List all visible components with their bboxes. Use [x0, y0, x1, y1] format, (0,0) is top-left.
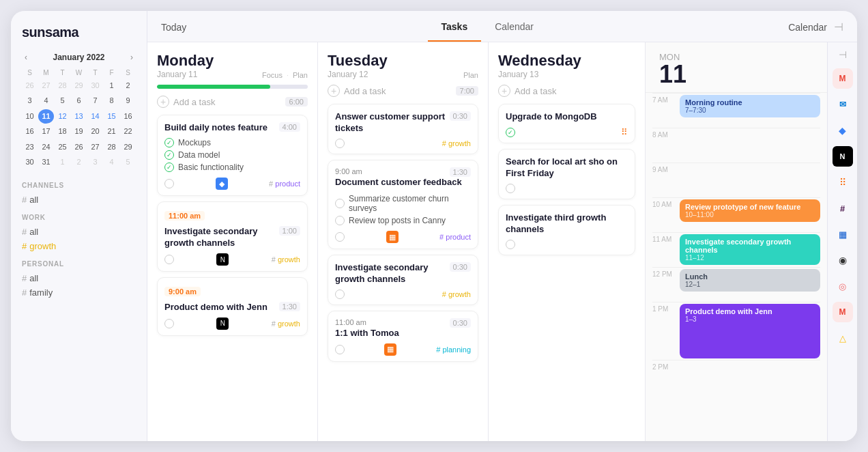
cal-day[interactable]: 26 [22, 79, 38, 93]
sidebar-item-channels-all[interactable]: #all [22, 193, 136, 207]
icon-bar-slack[interactable]: # [833, 198, 853, 218]
cal-day[interactable]: 22 [120, 124, 136, 139]
tab-tasks[interactable]: Tasks [428, 21, 482, 42]
monday-add-task-btn[interactable]: + Add a task [157, 96, 215, 108]
task-check-btn[interactable] [164, 255, 174, 264]
cal-day[interactable]: 29 [120, 140, 136, 154]
icon-bar-outlook[interactable]: ✉ [833, 94, 853, 115]
cal-next-btn[interactable]: › [128, 53, 136, 62]
cal-time-events: Product demo with Jenn1–3 [680, 302, 820, 360]
cal-event-ev3[interactable]: Investigate secondary growth channels11–… [680, 234, 820, 265]
cal-event-ev5[interactable]: Product demo with Jenn1–3 [680, 304, 820, 358]
icon-bar-asana[interactable]: ◎ [833, 276, 853, 296]
cal-day[interactable]: 13 [71, 109, 87, 124]
sidebar-item-personal-family[interactable]: #family [22, 285, 136, 300]
cal-day[interactable]: 30 [22, 155, 38, 169]
task-check-btn[interactable]: ✓ [506, 128, 515, 137]
tuesday-task-4-time: 11:00 am 0:30 [335, 318, 471, 326]
wednesday-add-task-btn[interactable]: + Add a task [498, 85, 556, 97]
task-check-btn[interactable] [335, 345, 345, 354]
collapse-right-btn[interactable]: ⊣ [839, 49, 847, 60]
tuesday-task-2[interactable]: 9:00 am 1:30 Document customer feedback … [328, 160, 478, 249]
tuesday-task-1-duration: 0:30 [450, 111, 471, 121]
task-check-btn[interactable] [506, 240, 515, 249]
monday-focus-btn[interactable]: Focus [262, 71, 283, 79]
cal-day[interactable]: 15 [104, 109, 119, 124]
task-check-btn[interactable] [164, 319, 174, 328]
collapse-icon[interactable]: ⊣ [834, 20, 843, 42]
sidebar-item-work-all[interactable]: #all [22, 225, 136, 239]
task-check-btn[interactable] [506, 184, 515, 193]
cal-day[interactable]: 3 [22, 94, 38, 108]
cal-day[interactable]: 31 [38, 155, 54, 169]
wednesday-task-3[interactable]: Investigate third growth channels [498, 205, 635, 255]
cal-day[interactable]: 10 [22, 109, 38, 124]
cal-day[interactable]: 23 [22, 140, 38, 154]
monday-task-2[interactable]: 11:00 am Investigate secondary growth ch… [157, 201, 308, 272]
cal-day[interactable]: 2 [71, 155, 87, 169]
task-check-btn[interactable] [164, 179, 174, 188]
cal-event-ev4[interactable]: Lunch12–1 [680, 269, 820, 292]
cal-event-ev1[interactable]: Morning routine7–7:30 [680, 95, 820, 117]
cal-day[interactable]: 27 [87, 140, 103, 154]
cal-day[interactable]: 21 [104, 124, 119, 139]
monday-task-3[interactable]: 9:00 am Product demo with Jenn 1:30 N # … [157, 277, 308, 336]
tuesday-task-3[interactable]: Investigate secondary growth channels 0:… [328, 255, 478, 305]
icon-bar-notion[interactable]: N [833, 146, 853, 167]
cal-day[interactable]: 6 [71, 94, 87, 108]
cal-day[interactable]: 20 [87, 124, 103, 139]
task-check-btn[interactable] [335, 139, 345, 148]
cal-day[interactable]: 2 [120, 79, 136, 93]
icon-bar-diamond[interactable]: ◆ [833, 120, 853, 141]
cal-day[interactable]: 17 [38, 124, 54, 139]
cal-day[interactable]: 24 [38, 140, 54, 154]
task-check-btn[interactable] [335, 232, 345, 242]
cal-day[interactable]: 8 [104, 94, 119, 108]
cal-day[interactable]: 16 [120, 109, 136, 124]
icon-bar-trello[interactable]: ▦ [833, 224, 853, 244]
cal-day[interactable]: 9 [120, 94, 136, 108]
tuesday-task-4[interactable]: 11:00 am 0:30 1:1 with Tomoa ▦ # plannin… [328, 311, 478, 362]
cal-day[interactable]: 30 [87, 79, 103, 93]
monday-plan-btn[interactable]: Plan [293, 71, 308, 79]
tab-calendar1[interactable]: Calendar [481, 21, 547, 42]
cal-day[interactable]: 4 [38, 94, 54, 108]
wednesday-task-1[interactable]: Upgrade to MongoDB ✓ ⠿ [498, 104, 635, 143]
today-nav[interactable]: Today [161, 22, 186, 41]
cal-day[interactable]: 5 [120, 155, 136, 169]
cal-day[interactable]: 1 [55, 155, 70, 169]
cal-day[interactable]: 28 [104, 140, 119, 154]
cal-day[interactable]: 14 [87, 109, 103, 124]
cal-day[interactable]: 19 [71, 124, 87, 139]
task-check-btn[interactable] [335, 289, 345, 299]
cal-day[interactable]: 5 [55, 94, 70, 108]
tab-calendar2[interactable]: Calendar [788, 22, 827, 41]
icon-bar-github[interactable]: ◉ [833, 250, 853, 270]
cal-day[interactable]: 27 [38, 79, 54, 93]
cal-event-ev2[interactable]: Review prototype of new feature10–11:00 [680, 199, 820, 222]
cal-day[interactable]: 28 [55, 79, 70, 93]
cal-day[interactable]: 26 [71, 140, 87, 154]
icon-bar-dots[interactable]: ⠿ [833, 172, 853, 193]
monday-task-1[interactable]: Build daily notes feature 4:00 ✓ Mockups… [157, 115, 308, 196]
cal-day[interactable]: 3 [87, 155, 103, 169]
personal-label: PERSONAL [22, 260, 136, 268]
cal-day[interactable]: 7 [87, 94, 103, 108]
cal-prev-btn[interactable]: ‹ [22, 53, 30, 62]
icon-bar-gmail[interactable]: M [833, 68, 853, 89]
cal-day[interactable]: 4 [104, 155, 119, 169]
icon-bar-gdrive[interactable]: △ [833, 328, 853, 348]
icon-bar-gmail2[interactable]: M [833, 302, 853, 322]
sidebar-item-personal-all[interactable]: #all [22, 271, 136, 285]
cal-day[interactable]: 12 [55, 109, 70, 124]
sidebar-item-work-growth[interactable]: #growth [22, 239, 136, 253]
cal-day[interactable]: 11 [38, 109, 54, 124]
wednesday-task-2[interactable]: Search for local art sho on First Friday [498, 149, 635, 199]
tuesday-add-task-btn[interactable]: + Add a task [328, 85, 386, 97]
cal-day[interactable]: 16 [22, 124, 38, 139]
tuesday-task-1[interactable]: Answer customer support tickets 0:30 # g… [328, 104, 478, 154]
cal-day[interactable]: 25 [55, 140, 70, 154]
cal-day[interactable]: 18 [55, 124, 70, 139]
cal-day[interactable]: 29 [71, 79, 87, 93]
cal-day[interactable]: 1 [104, 79, 119, 93]
